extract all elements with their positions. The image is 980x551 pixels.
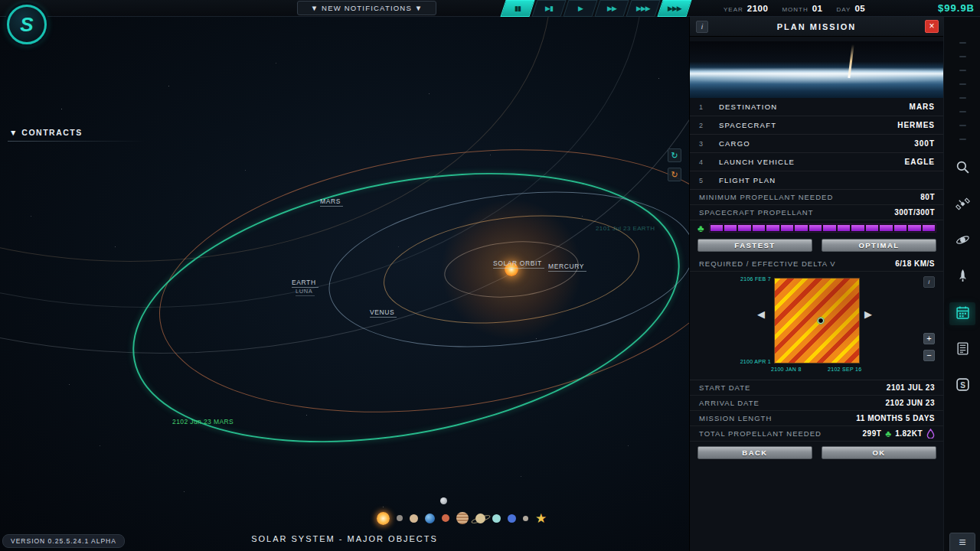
fastest-button[interactable]: FASTEST — [697, 239, 812, 252]
mission-length-label: MISSION LENGTH — [699, 414, 772, 422]
step-label: LAUNCH VEHICLE — [719, 158, 795, 166]
step-label: CARGO — [719, 139, 750, 148]
sidebar-item-mission-planner[interactable] — [949, 302, 975, 325]
porkchop-section: 2106 FEB 7 2100 APR 1 2100 JAN 8 2102 SE… — [690, 272, 944, 380]
total-propellant-row: TOTAL PROPELLANT NEEDED 299T ♣ 1.82KT — [690, 426, 944, 442]
contracts-toggle[interactable]: ▼ CONTRACTS — [9, 128, 83, 137]
favorites-star-icon[interactable]: ★ — [535, 512, 547, 525]
satellite-icon — [956, 197, 970, 214]
mars-icon[interactable] — [442, 514, 449, 522]
step-cargo[interactable]: 3 CARGO 300T — [690, 135, 944, 153]
sidebar-tick — [959, 56, 966, 57]
back-button[interactable]: BACK — [697, 446, 812, 459]
step-label: SPACECRAFT — [719, 121, 776, 129]
earth-label[interactable]: EARTH — [292, 279, 318, 288]
step-flight-plan[interactable]: 5 FLIGHT PLAN — [690, 171, 944, 190]
plan-mode-buttons: FASTEST OPTIMAL — [690, 236, 944, 256]
step-label: DESTINATION — [719, 103, 777, 111]
refresh-button[interactable]: ↻ — [668, 148, 681, 162]
min-propellant-value: 80T — [920, 193, 935, 201]
version-label: VERSION 0.25.5.24.1 ALPHA — [2, 534, 125, 548]
step-number: 2 — [699, 122, 719, 129]
company-logo[interactable]: S — [7, 5, 47, 44]
fast-button[interactable]: ▶▶ — [594, 0, 629, 17]
company-logo-icon: S — [956, 377, 970, 395]
luna-label[interactable]: LUNA — [296, 288, 315, 296]
mercury-label[interactable]: MERCURY — [548, 262, 586, 272]
propellant-icon: ♣ — [885, 429, 891, 439]
step-number: 5 — [699, 177, 719, 184]
date-display: YEAR 2100 MONTH 01 DAY 05 — [724, 0, 865, 17]
logo-letter: S — [20, 13, 33, 37]
min-propellant-row: MINIMUM PROPELLANT NEEDED 80T — [690, 190, 944, 205]
sidebar-tick — [959, 97, 966, 99]
year-label: YEAR — [724, 6, 743, 13]
mercury-icon[interactable] — [397, 515, 403, 521]
sidebar-tick — [959, 125, 966, 126]
mars-label[interactable]: MARS — [320, 197, 343, 207]
sidebar-item-search[interactable] — [949, 157, 975, 180]
money-display: $99.9B — [938, 0, 975, 17]
sidebar-item-corporation[interactable]: S — [949, 374, 975, 397]
skip-button[interactable]: ▶▮ — [531, 0, 566, 17]
revert-button[interactable]: ↻ — [668, 168, 681, 181]
transfer-arrival-label: 2102 Jun 23 MARS — [172, 418, 234, 425]
zoom-out-button[interactable]: − — [923, 350, 935, 361]
uranus-icon[interactable] — [492, 514, 501, 523]
start-date-row: START DATE 2101 JUL 23 — [690, 380, 944, 396]
mission-length-value: 11 MONTHS 5 DAYS — [856, 414, 935, 422]
step-number: 3 — [699, 140, 719, 148]
optimal-button[interactable]: OPTIMAL — [822, 239, 936, 252]
porkchop-info-button[interactable]: i — [923, 276, 935, 288]
ok-button[interactable]: OK — [822, 446, 936, 459]
transfer-departure-label: 2101 Jul 23 EARTH — [596, 225, 655, 232]
pause-button[interactable]: ▮▮ — [500, 0, 534, 17]
sidebar-item-orbits[interactable] — [949, 230, 975, 253]
year-display: YEAR 2100 — [724, 4, 768, 13]
panel-header: i PLAN MISSION × — [690, 17, 943, 37]
step-launch-vehicle[interactable]: 4 LAUNCH VEHICLE EAGLE — [690, 153, 944, 171]
solar-orbit-label[interactable]: SOLAR ORBIT — [493, 259, 544, 269]
zoom-in-button[interactable]: + — [923, 333, 935, 344]
sun-icon[interactable] — [377, 512, 390, 525]
sidebar-item-reports[interactable] — [949, 338, 975, 361]
venus-icon[interactable] — [410, 514, 418, 523]
info-button[interactable]: i — [696, 21, 708, 33]
porkchop-plot[interactable] — [774, 278, 860, 364]
panel-title: PLAN MISSION — [690, 17, 943, 37]
sidebar-item-rockets[interactable] — [949, 266, 975, 289]
spacecraft-propellant-value: 300T/300T — [894, 208, 935, 217]
pluto-icon[interactable] — [523, 516, 528, 521]
fastest-forward-icon: ▶▶▶ — [668, 5, 681, 12]
step-destination[interactable]: 1 DESTINATION MARS — [690, 98, 944, 116]
porkchop-prev-button[interactable]: ◀ — [757, 308, 765, 320]
moon-icon[interactable] — [440, 497, 447, 504]
porkchop-next-button[interactable]: ▶ — [864, 308, 872, 320]
propellant-icon: ♣ — [697, 223, 704, 233]
step-number: 4 — [699, 158, 719, 166]
close-button[interactable]: × — [925, 20, 939, 33]
step-label: FLIGHT PLAN — [719, 176, 776, 184]
new-notifications-button[interactable]: ▼ NEW NOTIFICATIONS ▼ — [297, 1, 436, 15]
jupiter-icon[interactable] — [456, 512, 469, 524]
panel-actions: BACK OK — [690, 442, 944, 464]
neptune-icon[interactable] — [508, 514, 516, 523]
total-propellant-volume: 1.82KT — [895, 429, 923, 438]
calendar-icon — [956, 305, 970, 323]
faster-button[interactable]: ▶▶▶ — [626, 0, 660, 17]
porkchop-ymax-label: 2106 FEB 7 — [705, 276, 771, 282]
faster-forward-icon: ▶▶▶ — [636, 5, 650, 12]
fastest-button[interactable]: ▶▶▶ — [657, 0, 691, 17]
solar-system-map[interactable]: MARS EARTH LUNA VENUS MERCURY SOLAR ORBI… — [0, 17, 689, 551]
play-button[interactable]: ▶ — [563, 0, 597, 17]
total-propellant-mass: 299T — [863, 429, 882, 438]
venus-label[interactable]: VENUS — [370, 308, 397, 318]
sidebar-item-satellites[interactable] — [949, 194, 975, 217]
earth-icon[interactable] — [425, 514, 435, 523]
step-spacecraft[interactable]: 2 SPACECRAFT HERMES — [690, 116, 944, 135]
menu-button[interactable]: ≡ — [949, 533, 975, 551]
step-value: EAGLE — [905, 158, 935, 166]
propellant-slider[interactable] — [709, 223, 936, 233]
saturn-icon[interactable] — [475, 514, 485, 523]
plan-mission-panel: i PLAN MISSION × 1 DESTINATION MARS 2 SP… — [689, 17, 943, 551]
